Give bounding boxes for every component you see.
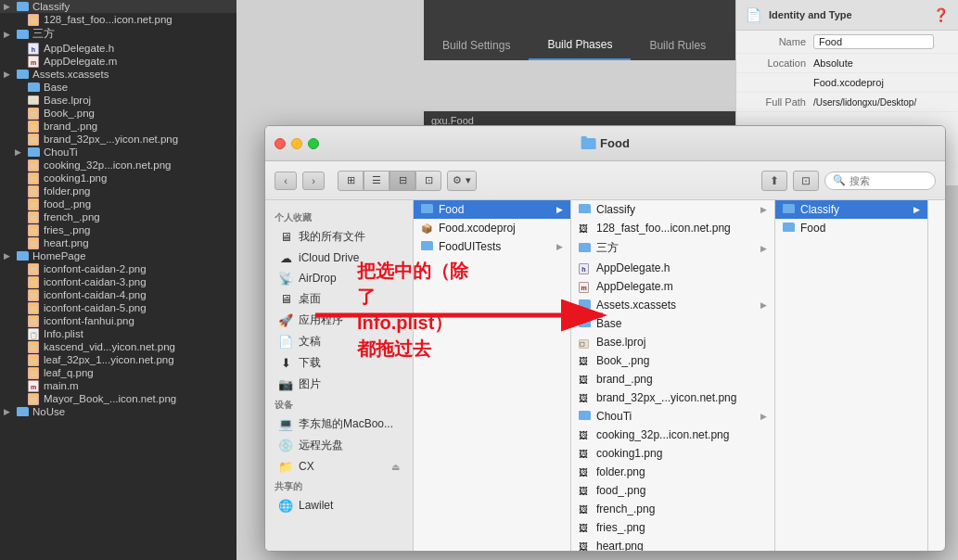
tree-item-12[interactable]: 🖼cooking_32p...icon.net.png (0, 159, 236, 172)
col1-food-arrow: ▶ (556, 205, 563, 214)
col1-fooduitests[interactable]: FoodUITests ▶ (414, 237, 570, 256)
coverflow-view-button[interactable]: ⊡ (415, 171, 441, 191)
tree-item-6[interactable]: Base (0, 81, 236, 94)
col1-food[interactable]: Food ▶ (414, 200, 570, 219)
tree-item-0[interactable]: ▶Classify (0, 0, 236, 13)
remote-disc-label: 远程光盘 (299, 438, 343, 453)
tree-item-24[interactable]: 🖼iconfont-fanhui.png (0, 314, 236, 327)
tab-build-rules[interactable]: Build Rules (631, 32, 724, 60)
close-button[interactable] (275, 138, 286, 149)
tree-item-21[interactable]: 🖼iconfont-caidan-3.png (0, 275, 236, 288)
maximize-button[interactable] (308, 138, 319, 149)
sidebar-item-cx[interactable]: 📁 CX ⏏ (269, 456, 409, 477)
col2-item-0[interactable]: Classify▶ (571, 200, 774, 219)
finder-column-1: Food ▶ 📦 Food.xcodeproj FoodUITests ▶ (414, 200, 571, 551)
tree-item-label: iconfont-caidan-2.png (44, 263, 147, 274)
tree-item-5[interactable]: ▶Assets.xcassets (0, 68, 236, 81)
col2-item-18[interactable]: 🖼heart.png (571, 537, 774, 551)
tree-item-label: leaf_32px_1...yicon.net.png (44, 354, 174, 365)
col2-item-1[interactable]: 🖼128_fast_foo...icon.net.png (571, 219, 774, 237)
sidebar-item-all-files[interactable]: 🖥 我的所有文件 (269, 226, 409, 248)
xcode-tab-bar: Build Settings Build Phases Build Rules (424, 0, 753, 60)
column-view-button[interactable]: ⊟ (390, 171, 415, 191)
tree-item-11[interactable]: ▶ChouTi (0, 146, 236, 159)
xcodeproj-icon: 📦 (421, 223, 434, 234)
image-icon: 🖼 (579, 373, 592, 386)
sidebar-item-photos[interactable]: 📷 图片 (269, 374, 409, 395)
col1-xcodeproj[interactable]: 📦 Food.xcodeproj (414, 219, 570, 237)
tree-item-31[interactable]: ▶NoUse (0, 405, 236, 418)
image-icon: 🖼 (26, 108, 41, 119)
col2-item-14[interactable]: 🖼folder.png (571, 463, 774, 481)
icloud-icon: ☁ (278, 250, 293, 265)
tree-item-23[interactable]: 🖼iconfont-caidan-5.png (0, 301, 236, 314)
icloud-label: iCloud Drive (299, 251, 359, 264)
col2-item-10[interactable]: 🖼brand_32px_...yicon.net.png (571, 388, 774, 407)
tree-item-label: iconfont-fanhui.png (44, 315, 134, 326)
tree-item-7[interactable]: ◻Base.lproj (0, 94, 236, 107)
sidebar-item-lawilet[interactable]: 🌐 Lawilet (269, 495, 409, 515)
tree-item-10[interactable]: 🖼brand_32px_...yicon.net.png (0, 133, 236, 146)
name-input[interactable] (813, 34, 934, 49)
tree-item-30[interactable]: 🖼Mayor_Book_...icon.net.png (0, 392, 236, 405)
location-value: Absolute (813, 57, 853, 69)
col2-item-16[interactable]: 🖼french_.png (571, 500, 774, 518)
col2-item-3[interactable]: hAppDelegate.h (571, 259, 774, 277)
tree-item-13[interactable]: 🖼cooking1.png (0, 172, 236, 185)
tree-item-27[interactable]: 🖼leaf_32px_1...yicon.net.png (0, 353, 236, 366)
remote-disc-icon: 💿 (278, 439, 293, 453)
tree-item-9[interactable]: 🖼brand_.png (0, 120, 236, 133)
col2-item-12[interactable]: 🖼cooking_32p...icon.net.png (571, 426, 774, 444)
image-icon: 🖼 (579, 391, 592, 404)
arrange-button[interactable]: ⊡ (793, 171, 819, 191)
sidebar-item-remote-disc[interactable]: 💿 远程光盘 (269, 435, 409, 456)
tree-item-25[interactable]: 📋Info.plist (0, 327, 236, 340)
back-button[interactable]: ‹ (275, 172, 297, 190)
tree-item-label: AppDelegate.m (44, 56, 117, 67)
list-view-button[interactable]: ☰ (364, 171, 390, 191)
tree-item-17[interactable]: 🖼fries_.png (0, 223, 236, 236)
tree-item-1[interactable]: 🖼128_fast_foo...icon.net.png (0, 13, 236, 26)
search-input[interactable] (849, 175, 924, 186)
tree-item-3[interactable]: hAppDelegate.h (0, 42, 236, 55)
tree-item-14[interactable]: 🖼folder.png (0, 185, 236, 197)
minimize-button[interactable] (291, 138, 302, 149)
tree-item-16[interactable]: 🖼french_.png (0, 210, 236, 223)
col2-arrow-2: ▶ (760, 244, 767, 253)
tree-item-15[interactable]: 🖼food_.png (0, 197, 236, 210)
fullpath-value: /Users/lidongxu/Desktop/ (813, 97, 916, 108)
tree-item-18[interactable]: 🖼heart.png (0, 236, 236, 249)
folder-icon-uitests (421, 240, 434, 253)
tree-item-8[interactable]: 🖼Book_.png (0, 107, 236, 120)
tree-item-2[interactable]: ▶三方 (0, 26, 236, 42)
image-icon: 🖼 (579, 447, 592, 460)
col2-item-15[interactable]: 🖼food_.png (571, 481, 774, 500)
tree-item-29[interactable]: mmain.m (0, 379, 236, 392)
tree-item-26[interactable]: 🖼kascend_vid...yicon.net.png (0, 340, 236, 353)
folder-icon (15, 250, 30, 261)
tree-item-20[interactable]: 🖼iconfont-caidan-2.png (0, 262, 236, 275)
col2-label-11: ChouTi (596, 410, 756, 423)
share-button[interactable]: ⬆ (761, 171, 787, 191)
action-button[interactable]: ⚙ ▾ (447, 171, 477, 191)
col2-item-17[interactable]: 🖼fries_.png (571, 518, 774, 537)
col2-item-9[interactable]: 🖼brand_.png (571, 370, 774, 388)
col3-classify[interactable]: Classify ▶ (775, 200, 927, 219)
tree-item-4[interactable]: mAppDelegate.m (0, 55, 236, 68)
col2-item-13[interactable]: 🖼cooking1.png (571, 444, 774, 463)
col2-item-8[interactable]: 🖼Book_.png (571, 351, 774, 370)
col2-item-2[interactable]: 三方▶ (571, 237, 774, 259)
col3-food[interactable]: Food (775, 219, 927, 237)
folder-icon (15, 1, 30, 12)
tab-build-settings[interactable]: Build Settings (424, 32, 529, 60)
forward-button[interactable]: › (302, 172, 325, 190)
tab-build-phases[interactable]: Build Phases (529, 31, 631, 60)
tree-item-22[interactable]: 🖼iconfont-caidan-4.png (0, 288, 236, 301)
sidebar-item-mac[interactable]: 💻 李东旭的MacBoo... (269, 414, 409, 435)
icon-view-button[interactable]: ⊞ (338, 171, 364, 191)
tree-item-19[interactable]: ▶HomePage (0, 249, 236, 262)
tree-item-28[interactable]: 🖼leaf_q.png (0, 366, 236, 379)
folder-icon (579, 203, 592, 216)
col2-item-11[interactable]: ChouTi▶ (571, 407, 774, 426)
tree-item-label: folder.png (44, 185, 91, 197)
